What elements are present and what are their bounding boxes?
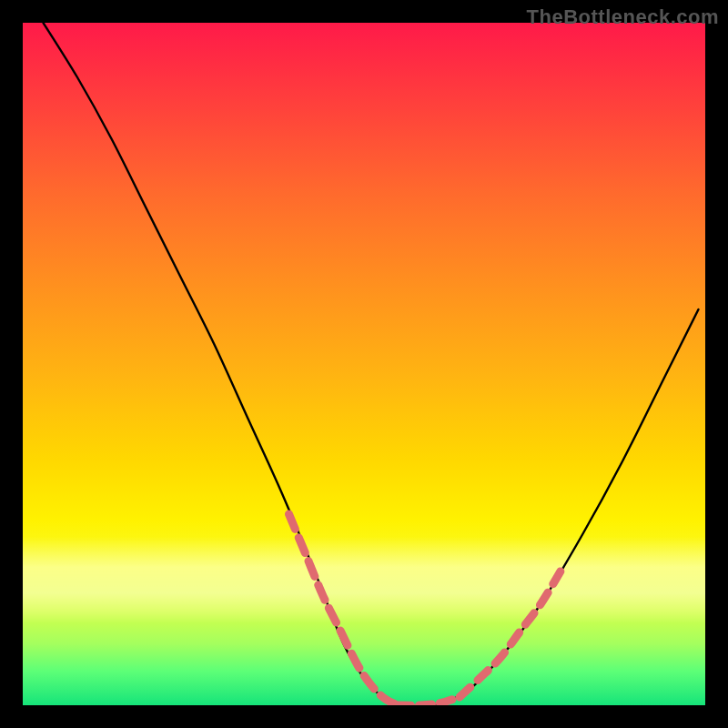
main-curve-path xyxy=(44,23,699,705)
highlight-valley-floor xyxy=(399,697,460,705)
plot-area xyxy=(23,23,705,705)
highlight-group xyxy=(289,514,562,705)
highlight-descending-near-bottom xyxy=(289,514,399,705)
chart-frame: TheBottleneck.com xyxy=(0,0,728,728)
watermark-text: TheBottleneck.com xyxy=(527,5,719,29)
highlight-ascending-near-bottom xyxy=(460,569,562,697)
curve-svg xyxy=(23,23,705,705)
